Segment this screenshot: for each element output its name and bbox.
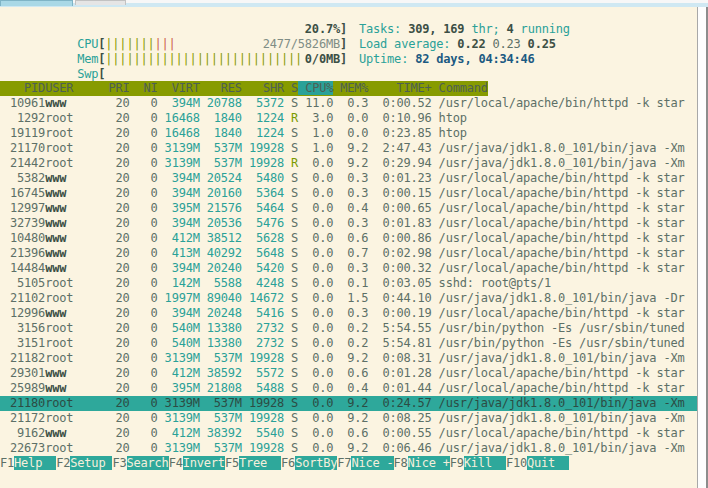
process-row[interactable]: 10961www 20 0 394M 20788 5372 S 11.0 0.3… [0,96,697,111]
process-row[interactable]: 16745www 20 0 394M 20160 5364 S 0.0 0.3 … [0,186,697,201]
process-row[interactable]: 3151root 20 0 540M 13380 2732 S 0.0 0.2 … [0,336,697,351]
cell-s: R [284,111,298,125]
cell-s: S [284,141,298,155]
cell-user: www [45,426,108,440]
fn-button-help[interactable]: Help [14,456,56,470]
vertical-scrollbar[interactable] [697,7,708,488]
process-row[interactable]: 5105root 20 0 142M 5588 4248 S 0.0 0.1 0… [0,276,697,291]
cpu-meter-value-group: 20.7%] [305,22,347,37]
cell-timeplus: 0:01.23 [368,171,431,185]
cell-cpupct: 0.0 [298,261,333,275]
cell-res: 20536 [200,216,242,230]
swp-meter: Swp[0/0MB] [0,52,360,67]
cell-timeplus: 0:03.05 [368,276,431,290]
cell-res: 38512 [200,231,242,245]
process-row[interactable]: 9162www 20 0 412M 38392 5540 S 0.0 0.6 0… [0,426,697,441]
cell-shr: 19928 [242,141,284,155]
cell-shr: 5476 [242,216,284,230]
tasks-label: Tasks: [359,22,408,36]
fn-button-sortby[interactable]: SortBy [295,456,337,470]
process-row[interactable]: 32739www 20 0 394M 20536 5476 S 0.0 0.3 … [0,216,697,231]
process-row[interactable]: 12996www 20 0 394M 20248 5416 S 0.0 0.3 … [0,306,697,321]
column-header-cpupct[interactable]: CPU% [298,81,333,95]
tasks-line: Tasks: 309, 169 thr; 4 running [359,22,570,37]
fn-button-kill[interactable]: Kill [464,456,506,470]
cell-mempct: 0.6 [333,426,368,440]
process-table: PIDUSER PRI NI VIRT RES SHR S CPU% MEM% … [0,81,697,456]
process-row[interactable]: 21442root 20 0 3139M 537M 19928 R 0.0 9.… [0,156,697,171]
column-header-ni[interactable]: NI [129,81,157,95]
cell-command: /usr/local/apache/bin/httpd -k star [432,426,685,440]
fn-button-nice[interactable]: Nice + [408,456,450,470]
cell-s: S [284,216,298,230]
fn-key-f7: F7 [337,456,351,470]
process-row[interactable]: 21396www 20 0 413M 40292 5648 S 0.0 0.7 … [0,246,697,261]
process-row[interactable]: 25989www 20 0 395M 21808 5488 S 0.0 0.4 … [0,381,697,396]
column-header-mempct[interactable]: MEM% [333,81,368,95]
process-row[interactable]: 19119root 20 0 16468 1840 1224 S 1.0 0.0… [0,126,697,141]
process-row[interactable]: 10480www 20 0 412M 38512 5628 S 0.0 0.6 … [0,231,697,246]
cell-shr: 5464 [242,201,284,215]
cell-timeplus: 5:54.81 [368,336,431,350]
cell-user: root [45,321,108,335]
process-row[interactable]: 21180root 20 0 3139M 537M 19928 S 0.0 9.… [0,396,697,411]
running-label: running [514,22,570,36]
cell-timeplus: 0:01.28 [368,366,431,380]
cell-res: 1840 [200,126,242,140]
cell-pid: 14484 [3,261,45,275]
process-row[interactable]: 3156root 20 0 540M 13380 2732 S 0.0 0.2 … [0,321,697,336]
fn-key-f6: F6 [281,456,295,470]
process-row[interactable]: 21172root 20 0 3139M 537M 19928 S 0.0 9.… [0,411,697,426]
cell-cpupct: 0.0 [298,381,333,395]
cell-res: 20248 [200,306,242,320]
column-header-shr[interactable]: SHR [242,81,284,95]
process-row[interactable]: 14484www 20 0 394M 20240 5420 S 0.0 0.3 … [0,261,697,276]
fn-key-f8: F8 [394,456,408,470]
process-row[interactable]: 5382www 20 0 394M 20524 5480 S 0.0 0.3 0… [0,171,697,186]
cell-command: /usr/local/apache/bin/httpd -k star [432,171,685,185]
cell-command: /usr/local/apache/bin/httpd -k star [432,306,685,320]
cell-user: www [45,96,108,110]
cell-res: 537M [200,156,242,170]
cell-ni: 0 [129,381,157,395]
cell-pri: 20 [108,216,129,230]
terminal-tab-inactive[interactable] [75,0,126,5]
cell-s: S [284,186,298,200]
column-header-res[interactable]: RES [200,81,242,95]
fn-button-search[interactable]: Search [127,456,169,470]
column-header-s[interactable]: S [284,81,298,95]
uptime-label: Uptime: [359,52,415,66]
fn-button-nice[interactable]: Nice - [351,456,393,470]
cell-timeplus: 0:06.46 [368,441,431,455]
column-header-virt[interactable]: VIRT [158,81,200,95]
process-row[interactable]: 12997www 20 0 395M 21576 5464 S 0.0 0.4 … [0,201,697,216]
column-header-user[interactable]: USER [45,81,108,95]
process-row[interactable]: 21102root 20 0 1997M 89040 14672 S 0.0 1… [0,291,697,306]
process-row[interactable]: 29301www 20 0 412M 38592 5572 S 0.0 0.6 … [0,366,697,381]
cell-res: 40292 [200,246,242,260]
cell-res: 38592 [200,366,242,380]
mem-meter-value-group: 2477/5826MB] [263,37,347,52]
terminal-tab-active[interactable] [0,0,73,6]
cell-ni: 0 [129,156,157,170]
fn-button-tree[interactable]: Tree [239,456,281,470]
fn-button-invert[interactable]: Invert [183,456,225,470]
process-row[interactable]: 21182root 20 0 3139M 537M 19928 S 0.0 9.… [0,351,697,366]
fn-button-setup[interactable]: Setup [70,456,112,470]
column-header-pri[interactable]: PRI [108,81,129,95]
cell-mempct: 0.3 [333,171,368,185]
cell-user: root [45,441,108,455]
process-row[interactable]: 22673root 20 0 3139M 537M 19928 S 0.0 9.… [0,441,697,456]
cell-pri: 20 [108,231,129,245]
cell-pid: 25989 [3,381,45,395]
process-row[interactable]: 1292root 20 0 16468 1840 1224 R 3.0 0.0 … [0,111,697,126]
column-header-pid[interactable]: PID [3,81,45,95]
fn-button-quit[interactable]: Quit [527,456,569,470]
cell-user: www [45,261,108,275]
swp-meter-open-bracket: [ [98,67,105,81]
column-header-timeplus[interactable]: TIME+ [368,81,431,95]
cell-shr: 5364 [242,186,284,200]
process-row[interactable]: 21170root 20 0 3139M 537M 19928 S 1.0 9.… [0,141,697,156]
cell-res: 537M [200,411,242,425]
column-header-command[interactable]: Command [432,81,488,95]
